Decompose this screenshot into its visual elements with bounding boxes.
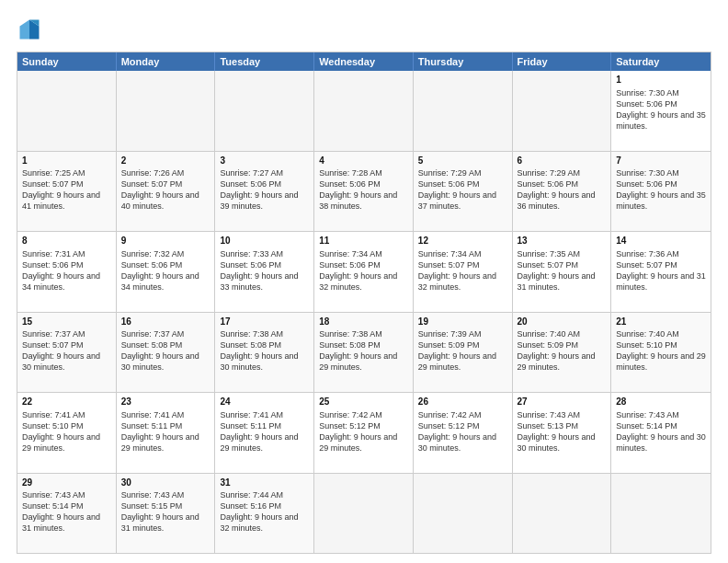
cal-cell-9: 9Sunrise: 7:32 AMSunset: 5:06 PMDaylight… [117, 232, 216, 312]
day-number: 15 [22, 316, 111, 328]
day-number: 28 [616, 396, 706, 408]
day-number: 16 [121, 316, 210, 328]
cal-cell-empty [314, 71, 414, 151]
cal-cell-20: 20Sunrise: 7:40 AMSunset: 5:09 PMDayligh… [513, 313, 612, 393]
calendar-row-3: 15Sunrise: 7:37 AMSunset: 5:07 PMDayligh… [17, 312, 711, 393]
header-day-saturday: Saturday [611, 52, 711, 71]
cal-cell-8: 8Sunrise: 7:31 AMSunset: 5:06 PMDaylight… [17, 232, 117, 312]
day-number: 31 [220, 477, 309, 489]
day-number: 21 [616, 316, 706, 328]
cal-cell-10: 10Sunrise: 7:33 AMSunset: 5:06 PMDayligh… [215, 232, 314, 312]
cal-cell-empty [414, 474, 513, 554]
calendar-header: SundayMondayTuesdayWednesdayThursdayFrid… [17, 52, 711, 71]
day-number: 14 [616, 235, 706, 247]
calendar-row-1: 1Sunrise: 7:25 AMSunset: 5:07 PMDaylight… [17, 151, 711, 232]
cal-cell-empty [611, 474, 711, 554]
day-number: 26 [418, 396, 507, 408]
calendar-row-2: 8Sunrise: 7:31 AMSunset: 5:06 PMDaylight… [17, 231, 711, 312]
cal-cell-empty [215, 71, 314, 151]
header-day-sunday: Sunday [17, 52, 117, 71]
header-day-monday: Monday [117, 52, 216, 71]
day-number: 20 [518, 316, 607, 328]
day-number: 23 [121, 396, 210, 408]
cal-cell-31: 31Sunrise: 7:44 AMSunset: 5:16 PMDayligh… [215, 474, 314, 554]
day-number: 18 [319, 316, 408, 328]
cal-cell-3: 3Sunrise: 7:27 AMSunset: 5:06 PMDaylight… [215, 152, 314, 232]
day-number: 5 [418, 155, 507, 167]
day-number: 3 [220, 155, 309, 167]
page: SundayMondayTuesdayWednesdayThursdayFrid… [0, 0, 728, 563]
header-day-tuesday: Tuesday [215, 52, 314, 71]
calendar-row-4: 22Sunrise: 7:41 AMSunset: 5:10 PMDayligh… [17, 392, 711, 473]
day-number: 1 [616, 74, 706, 86]
day-number: 29 [22, 477, 111, 489]
day-number: 9 [121, 235, 210, 247]
cal-cell-5: 5Sunrise: 7:29 AMSunset: 5:06 PMDaylight… [414, 152, 513, 232]
cal-cell-empty [314, 474, 414, 554]
cal-cell-1: 1Sunrise: 7:30 AMSunset: 5:06 PMDaylight… [611, 71, 711, 151]
cal-cell-empty [414, 71, 513, 151]
calendar-body: 1Sunrise: 7:30 AMSunset: 5:06 PMDaylight… [17, 71, 711, 553]
day-number: 24 [220, 396, 309, 408]
cal-cell-2: 2Sunrise: 7:26 AMSunset: 5:07 PMDaylight… [117, 152, 216, 232]
day-number: 2 [121, 155, 210, 167]
cal-cell-7: 7Sunrise: 7:30 AMSunset: 5:06 PMDaylight… [611, 152, 711, 232]
cal-cell-empty [513, 71, 612, 151]
cal-cell-18: 18Sunrise: 7:38 AMSunset: 5:08 PMDayligh… [314, 313, 414, 393]
cal-cell-24: 24Sunrise: 7:41 AMSunset: 5:11 PMDayligh… [215, 393, 314, 473]
cal-cell-17: 17Sunrise: 7:38 AMSunset: 5:08 PMDayligh… [215, 313, 314, 393]
header-day-friday: Friday [513, 52, 612, 71]
logo [17, 17, 46, 42]
day-number: 4 [319, 155, 408, 167]
cal-cell-11: 11Sunrise: 7:34 AMSunset: 5:06 PMDayligh… [314, 232, 414, 312]
header [17, 17, 711, 42]
day-number: 22 [22, 396, 111, 408]
cal-cell-15: 15Sunrise: 7:37 AMSunset: 5:07 PMDayligh… [17, 313, 117, 393]
cal-cell-22: 22Sunrise: 7:41 AMSunset: 5:10 PMDayligh… [17, 393, 117, 473]
day-number: 7 [616, 155, 706, 167]
day-number: 13 [518, 235, 607, 247]
cal-cell-14: 14Sunrise: 7:36 AMSunset: 5:07 PMDayligh… [611, 232, 711, 312]
day-number: 30 [121, 477, 210, 489]
cal-cell-12: 12Sunrise: 7:34 AMSunset: 5:07 PMDayligh… [414, 232, 513, 312]
cal-cell-16: 16Sunrise: 7:37 AMSunset: 5:08 PMDayligh… [117, 313, 216, 393]
cal-cell-29: 29Sunrise: 7:43 AMSunset: 5:14 PMDayligh… [17, 474, 117, 554]
cal-cell-13: 13Sunrise: 7:35 AMSunset: 5:07 PMDayligh… [513, 232, 612, 312]
cal-cell-25: 25Sunrise: 7:42 AMSunset: 5:12 PMDayligh… [314, 393, 414, 473]
cal-cell-28: 28Sunrise: 7:43 AMSunset: 5:14 PMDayligh… [611, 393, 711, 473]
calendar-row-5: 29Sunrise: 7:43 AMSunset: 5:14 PMDayligh… [17, 473, 711, 554]
day-number: 17 [220, 316, 309, 328]
cal-cell-30: 30Sunrise: 7:43 AMSunset: 5:15 PMDayligh… [117, 474, 216, 554]
day-number: 10 [220, 235, 309, 247]
cal-cell-1: 1Sunrise: 7:25 AMSunset: 5:07 PMDaylight… [17, 152, 117, 232]
day-number: 19 [418, 316, 507, 328]
cal-cell-23: 23Sunrise: 7:41 AMSunset: 5:11 PMDayligh… [117, 393, 216, 473]
day-number: 11 [319, 235, 408, 247]
cal-cell-4: 4Sunrise: 7:28 AMSunset: 5:06 PMDaylight… [314, 152, 414, 232]
header-day-thursday: Thursday [414, 52, 513, 71]
logo-icon [17, 17, 42, 42]
cal-cell-empty [117, 71, 216, 151]
cal-cell-empty [513, 474, 612, 554]
cal-cell-19: 19Sunrise: 7:39 AMSunset: 5:09 PMDayligh… [414, 313, 513, 393]
day-number: 12 [418, 235, 507, 247]
cal-cell-26: 26Sunrise: 7:42 AMSunset: 5:12 PMDayligh… [414, 393, 513, 473]
calendar: SundayMondayTuesdayWednesdayThursdayFrid… [17, 52, 711, 554]
cal-cell-6: 6Sunrise: 7:29 AMSunset: 5:06 PMDaylight… [513, 152, 612, 232]
cal-cell-empty [17, 71, 117, 151]
calendar-row-0: 1Sunrise: 7:30 AMSunset: 5:06 PMDaylight… [17, 71, 711, 151]
day-number: 27 [518, 396, 607, 408]
cal-cell-21: 21Sunrise: 7:40 AMSunset: 5:10 PMDayligh… [611, 313, 711, 393]
day-number: 1 [22, 155, 111, 167]
day-number: 8 [22, 235, 111, 247]
cal-cell-27: 27Sunrise: 7:43 AMSunset: 5:13 PMDayligh… [513, 393, 612, 473]
header-day-wednesday: Wednesday [314, 52, 414, 71]
day-number: 25 [319, 396, 408, 408]
day-number: 6 [518, 155, 607, 167]
svg-marker-1 [20, 20, 30, 40]
